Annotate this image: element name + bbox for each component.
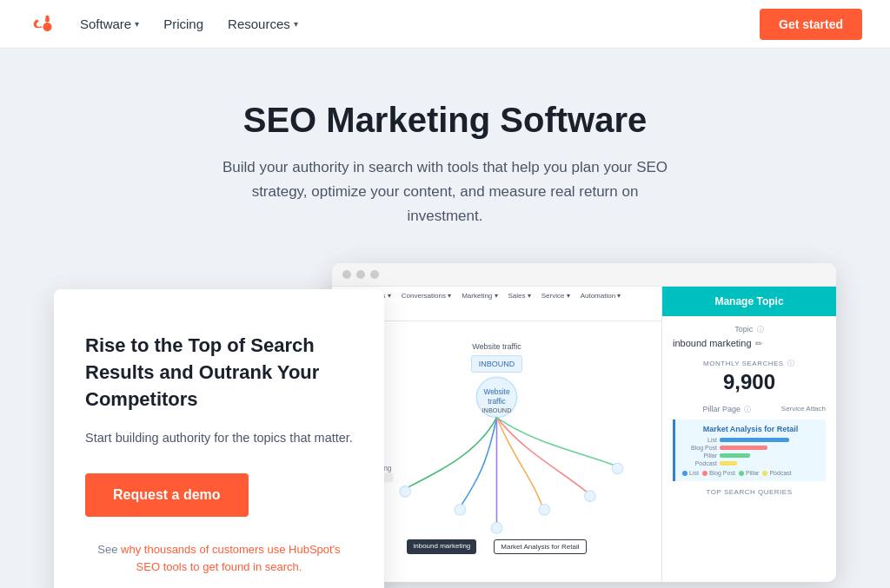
legend-list: List bbox=[682, 470, 699, 476]
searches-info-icon: ⓘ bbox=[787, 360, 795, 367]
bar-row-podcast: Podcast bbox=[682, 460, 819, 466]
white-card-footer: See why thousands of customers use HubSp… bbox=[85, 541, 353, 575]
resources-chevron-icon: ▾ bbox=[294, 19, 298, 29]
browser-mockup: Contacts ▾ Conversations ▾ Marketing ▾ S… bbox=[332, 263, 836, 582]
legend-podcast: Podcast bbox=[762, 470, 791, 476]
svg-point-9 bbox=[455, 505, 466, 516]
manage-topic-body: Topic ⓘ inbound marketing ✏ MONTHLY SEAR… bbox=[662, 316, 836, 505]
edit-icon: ✏ bbox=[755, 339, 762, 348]
chart-legend: List Blog Post Pillar bbox=[682, 470, 819, 476]
bar-podcast bbox=[720, 461, 737, 466]
svg-point-8 bbox=[400, 486, 411, 498]
legend-label-podcast: Podcast bbox=[769, 470, 791, 476]
bar-chart: List Blog Post Pillar bbox=[682, 437, 819, 466]
software-chevron-icon: ▾ bbox=[135, 19, 139, 29]
hero-title: SEO Marketing Software bbox=[17, 101, 873, 140]
svg-text:Website: Website bbox=[483, 387, 510, 396]
svg-point-11 bbox=[539, 505, 550, 516]
bar-blogpost bbox=[720, 446, 767, 450]
manage-topic-header: Manage Topic bbox=[662, 287, 836, 316]
white-card-title: Rise to the Top of Search Results and Ou… bbox=[85, 333, 353, 413]
topic-label: Topic ⓘ bbox=[673, 325, 826, 334]
svg-point-0 bbox=[45, 17, 50, 22]
hubspot-logo[interactable] bbox=[28, 10, 56, 38]
legend-label-blogpost: Blog Post bbox=[709, 470, 735, 476]
pillar-info-icon: ⓘ bbox=[744, 406, 751, 413]
hero-subtitle: Build your authority in search with tool… bbox=[219, 155, 671, 228]
browser-dot-yellow bbox=[356, 270, 365, 279]
svg-text:INBOUND: INBOUND bbox=[482, 406, 512, 414]
hero-section: SEO Marketing Software Build your author… bbox=[0, 49, 890, 588]
market-analysis-title: Market Analysis for Retail bbox=[682, 425, 819, 433]
nav-resources[interactable]: Resources ▾ bbox=[228, 17, 298, 31]
white-card-subtitle: Start building authority for the topics … bbox=[85, 429, 353, 448]
navbar: Software ▾ Pricing Resources ▾ Get start… bbox=[0, 0, 890, 49]
legend-label-list: List bbox=[689, 470, 699, 476]
footer-text-prefix: See bbox=[97, 543, 121, 556]
legend-blogpost: Blog Post bbox=[702, 470, 735, 476]
browser-bar bbox=[332, 263, 836, 287]
browser-nav-sales: Sales ▾ bbox=[505, 290, 535, 302]
browser-nav-automation: Automation ▾ bbox=[577, 290, 625, 302]
white-card: Rise to the Top of Search Results and Ou… bbox=[54, 289, 384, 588]
browser-content: Contacts ▾ Conversations ▾ Marketing ▾ S… bbox=[332, 287, 836, 582]
monthly-searches-label: MONTHLY SEARCHES ⓘ bbox=[673, 359, 826, 368]
bar-label-pillar: Pillar bbox=[682, 453, 717, 459]
bar-list bbox=[720, 438, 789, 442]
nav-links: Software ▾ Pricing Resources ▾ bbox=[80, 17, 760, 31]
legend-dot-blogpost bbox=[702, 471, 707, 476]
market-analysis-tag: Market Analysis for Retail bbox=[494, 539, 586, 554]
nav-pricing[interactable]: Pricing bbox=[163, 17, 203, 31]
legend-dot-podcast bbox=[762, 471, 767, 476]
market-analysis-card: Market Analysis for Retail List Blog Pos… bbox=[673, 420, 826, 481]
bar-row-blogpost: Blog Post bbox=[682, 445, 819, 451]
inbound-marketing-tag: inbound marketing bbox=[407, 539, 476, 554]
legend-dot-list bbox=[682, 471, 687, 476]
nav-software[interactable]: Software ▾ bbox=[80, 17, 139, 31]
footer-link[interactable]: why thousands of customers use HubSpot's… bbox=[121, 543, 341, 573]
demo-area: Rise to the Top of Search Results and Ou… bbox=[54, 263, 836, 588]
browser-nav-service: Service ▾ bbox=[538, 290, 574, 302]
pillar-page-label: Pillar Page ⓘ Service Attach bbox=[673, 405, 826, 414]
bar-label-blogpost: Blog Post bbox=[682, 445, 717, 451]
topic-info-icon: ⓘ bbox=[757, 326, 764, 334]
bar-pillar bbox=[720, 453, 750, 458]
get-started-button[interactable]: Get started bbox=[760, 9, 862, 40]
browser-dot-green bbox=[370, 270, 379, 279]
bar-row-list: List bbox=[682, 437, 819, 443]
bar-label-list: List bbox=[682, 437, 717, 443]
top-search-queries-label: TOP SEARCH QUERIES bbox=[673, 488, 826, 496]
request-demo-button[interactable]: Request a demo bbox=[85, 473, 249, 517]
browser-nav-conversations: Conversations ▾ bbox=[398, 290, 455, 302]
topic-name: inbound marketing ✏ bbox=[673, 338, 826, 348]
browser-dot-red bbox=[342, 270, 351, 279]
svg-point-12 bbox=[585, 491, 596, 502]
service-attach-label: Service Attach bbox=[781, 405, 826, 413]
svg-point-13 bbox=[612, 463, 623, 474]
legend-dot-pillar bbox=[739, 471, 744, 476]
bar-row-pillar: Pillar bbox=[682, 453, 819, 459]
manage-topic-panel: Manage Topic Topic ⓘ inbound marketing ✏… bbox=[662, 287, 836, 582]
bar-label-podcast: Podcast bbox=[682, 460, 717, 466]
svg-text:traffic: traffic bbox=[488, 397, 505, 406]
legend-pillar: Pillar bbox=[739, 470, 760, 476]
svg-point-10 bbox=[491, 523, 502, 534]
browser-nav-marketing: Marketing ▾ bbox=[458, 290, 501, 302]
legend-label-pillar: Pillar bbox=[746, 470, 760, 476]
monthly-searches-number: 9,900 bbox=[673, 370, 826, 394]
